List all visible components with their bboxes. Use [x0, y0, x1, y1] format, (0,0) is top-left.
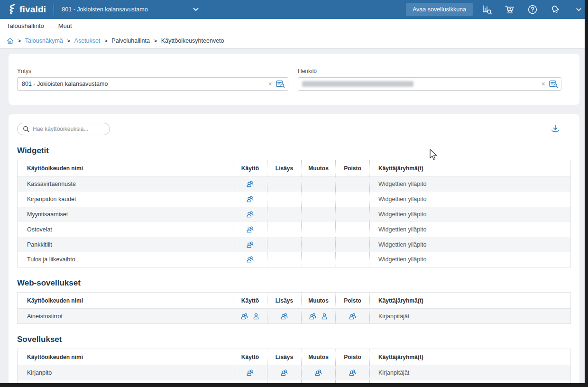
user-groups: Kirjanpitäjät — [370, 365, 571, 380]
group-icon — [280, 369, 288, 377]
window-edge-right — [585, 0, 588, 387]
column-header: Käyttö — [233, 349, 267, 365]
fivaldi-logo: fivaldi — [7, 4, 46, 15]
permissions-table: Käyttöoikeuden nimiKäyttöLisäysMuutosPoi… — [17, 349, 571, 387]
topbar-divider — [54, 4, 54, 15]
user-groups: Widgettien ylläpito — [370, 176, 571, 192]
breadcrumb-separator: > — [67, 38, 70, 44]
permission-name: Kirjanpito — [18, 365, 233, 380]
column-header: Käyttöoikeuden nimi — [18, 293, 233, 309]
clear-icon[interactable]: × — [542, 81, 545, 87]
group-icon — [246, 226, 254, 233]
search-input[interactable] — [33, 126, 106, 132]
group-icon — [309, 313, 317, 320]
group-icon — [349, 313, 357, 320]
column-header: Käyttäjäryhmä(t) — [370, 349, 571, 365]
help-icon[interactable] — [527, 4, 538, 15]
user-groups: Widgettien ylläpito — [370, 207, 571, 222]
permission-name: Tulos ja liikevaihto — [18, 252, 233, 267]
table-row: KirjanpitoKirjanpitäjät — [18, 365, 571, 380]
column-header: Muutos — [302, 160, 336, 176]
column-header: Käyttäjäryhmä(t) — [370, 293, 571, 309]
table-row: MyyntisaamisetWidgettien ylläpito — [18, 207, 571, 222]
permission-cell — [302, 365, 336, 380]
permission-cell — [302, 207, 336, 222]
breadcrumb-separator: > — [18, 38, 21, 44]
user-groups: Widgettien ylläpito — [370, 222, 571, 237]
user-groups: Widgettien ylläpito — [370, 192, 571, 207]
group-icon — [246, 256, 254, 263]
column-header: Poisto — [336, 160, 370, 176]
tab-taloushallinto[interactable]: Taloushallinto — [7, 22, 44, 29]
open-app-window-button[interactable]: Avaa sovellusikkuna — [406, 3, 473, 16]
table-row: OstovelatWidgettien ylläpito — [18, 222, 571, 237]
permission-cell — [336, 222, 370, 237]
company-selector[interactable]: 801 - Jokioisten kalansavustamo — [62, 6, 198, 13]
permission-cell — [302, 309, 336, 324]
table-row: PankkitilitWidgettien ylläpito — [18, 237, 571, 252]
permission-cell — [336, 237, 370, 252]
permission-cell — [302, 252, 336, 267]
section-title: Widgetit — [17, 146, 571, 156]
permission-cell — [336, 176, 370, 192]
search-icon — [23, 126, 29, 132]
permission-cell — [267, 176, 302, 192]
table-row: Tulos ja liikevaihtoWidgettien ylläpito — [18, 252, 571, 267]
user-groups: Kirjanpitäjät — [370, 309, 571, 324]
clear-icon[interactable]: × — [268, 81, 272, 87]
permission-search — [17, 123, 110, 135]
column-header: Käyttö — [233, 160, 267, 176]
permission-cell — [336, 365, 370, 380]
column-header: Käyttäjäryhmä(t) — [370, 160, 571, 176]
permissions-table: Käyttöoikeuden nimiKäyttöLisäysMuutosPoi… — [17, 292, 571, 324]
permission-cell — [267, 309, 302, 324]
permission-name: Kirjanpidon kaudet — [18, 192, 233, 207]
brand-name: fivaldi — [19, 4, 46, 15]
chart-search-icon[interactable] — [481, 4, 493, 15]
permission-cell — [267, 192, 302, 207]
section-title: Web-sovellukset — [17, 278, 571, 288]
permission-cell — [267, 237, 302, 252]
permission-cell — [336, 192, 370, 207]
section-title: Sovellukset — [17, 334, 571, 345]
permission-name: Ostovelat — [18, 222, 233, 237]
column-header: Käyttöoikeuden nimi — [18, 349, 233, 365]
cart-icon[interactable] — [504, 4, 515, 15]
permission-cell — [233, 207, 267, 222]
column-header: Lisäys — [267, 160, 302, 176]
permission-cell — [302, 176, 336, 192]
company-selector-value: 801 - Jokioisten kalansavustamo — [62, 6, 147, 13]
permission-cell — [302, 237, 336, 252]
column-header: Muutos — [302, 293, 336, 309]
permission-cell — [233, 365, 267, 380]
breadcrumb-asetukset[interactable]: Asetukset — [74, 37, 101, 44]
group-icon — [246, 195, 254, 203]
breadcrumb-kayttooikeusyhteenveto: Käyttöoikeusyhteenveto — [161, 37, 224, 44]
group-icon — [246, 211, 254, 218]
breadcrumb-talousnakyma[interactable]: Talousnäkymä — [25, 37, 63, 44]
home-icon[interactable] — [7, 37, 14, 44]
permission-name: Aineistosiirrot — [18, 309, 233, 324]
tab-muut[interactable]: Muut — [58, 22, 72, 29]
breadcrumb: > Talousnäkymä > Asetukset > Palveluhall… — [0, 33, 588, 49]
permission-name: Myyntisaamiset — [18, 207, 233, 222]
permission-cell — [233, 176, 267, 192]
bell-icon[interactable] — [550, 4, 561, 15]
permission-cell — [336, 309, 370, 324]
yritys-input[interactable] — [17, 77, 288, 91]
lookup-icon[interactable] — [276, 80, 285, 88]
permission-cell — [233, 237, 267, 252]
henkilo-value-redacted — [302, 81, 413, 87]
main-content: Yritys × — [0, 54, 588, 387]
column-header: Käyttö — [233, 293, 267, 309]
permissions-table: Käyttöoikeuden nimiKäyttöLisäysMuutosPoi… — [17, 160, 571, 267]
fivaldi-logo-icon — [7, 4, 16, 15]
permission-name: Pankkitilit — [18, 237, 233, 252]
henkilo-label: Henkilö — [298, 68, 561, 74]
user-menu[interactable] — [570, 8, 581, 11]
permission-cell — [267, 365, 302, 380]
permission-cell — [233, 252, 267, 267]
lookup-icon[interactable] — [549, 80, 558, 88]
permission-cell — [267, 222, 302, 237]
download-icon[interactable] — [550, 124, 560, 134]
